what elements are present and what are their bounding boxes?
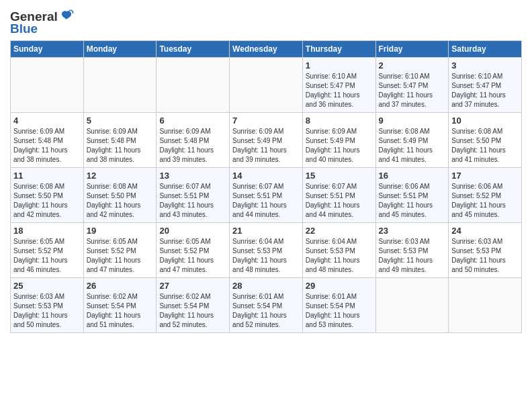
day-number: 8 xyxy=(306,116,373,126)
day-info: Sunrise: 6:08 AM Sunset: 5:50 PM Dayligh… xyxy=(87,182,154,220)
day-number: 17 xyxy=(451,171,519,181)
day-info: Sunrise: 6:09 AM Sunset: 5:49 PM Dayligh… xyxy=(232,127,300,165)
day-number: 9 xyxy=(379,116,446,126)
day-number: 5 xyxy=(87,116,154,126)
col-header-tuesday: Tuesday xyxy=(157,41,230,58)
day-info: Sunrise: 6:10 AM Sunset: 5:47 PM Dayligh… xyxy=(306,72,373,109)
day-number: 16 xyxy=(379,171,446,181)
day-number: 26 xyxy=(87,281,154,291)
calendar-cell: 4Sunrise: 6:09 AM Sunset: 5:48 PM Daylig… xyxy=(11,113,84,168)
calendar-cell: 8Sunrise: 6:09 AM Sunset: 5:49 PM Daylig… xyxy=(302,113,375,168)
day-number: 18 xyxy=(13,226,81,236)
logo-bird-icon xyxy=(59,9,74,24)
calendar-cell: 3Sunrise: 6:10 AM Sunset: 5:47 PM Daylig… xyxy=(449,58,522,113)
calendar-cell: 27Sunrise: 6:02 AM Sunset: 5:54 PM Dayli… xyxy=(157,278,230,333)
day-info: Sunrise: 6:01 AM Sunset: 5:54 PM Dayligh… xyxy=(306,292,373,330)
calendar-cell: 15Sunrise: 6:07 AM Sunset: 5:51 PM Dayli… xyxy=(302,168,375,223)
day-number: 11 xyxy=(13,171,81,181)
calendar-week-4: 18Sunrise: 6:05 AM Sunset: 5:52 PM Dayli… xyxy=(11,223,522,278)
calendar-cell: 12Sunrise: 6:08 AM Sunset: 5:50 PM Dayli… xyxy=(83,168,157,223)
day-info: Sunrise: 6:08 AM Sunset: 5:49 PM Dayligh… xyxy=(379,127,446,165)
col-header-saturday: Saturday xyxy=(449,41,522,58)
calendar-cell: 26Sunrise: 6:02 AM Sunset: 5:54 PM Dayli… xyxy=(83,278,157,333)
calendar-cell: 20Sunrise: 6:05 AM Sunset: 5:52 PM Dayli… xyxy=(157,223,230,278)
day-info: Sunrise: 6:01 AM Sunset: 5:54 PM Dayligh… xyxy=(232,292,300,330)
calendar-cell xyxy=(157,58,230,113)
day-number: 4 xyxy=(13,116,81,126)
calendar-cell: 5Sunrise: 6:09 AM Sunset: 5:48 PM Daylig… xyxy=(83,113,157,168)
day-number: 10 xyxy=(451,116,519,126)
day-number: 19 xyxy=(87,226,154,236)
calendar-cell: 14Sunrise: 6:07 AM Sunset: 5:51 PM Dayli… xyxy=(230,168,303,223)
day-info: Sunrise: 6:07 AM Sunset: 5:51 PM Dayligh… xyxy=(159,182,226,220)
day-number: 14 xyxy=(232,171,300,181)
calendar-cell: 7Sunrise: 6:09 AM Sunset: 5:49 PM Daylig… xyxy=(230,113,303,168)
calendar-cell: 2Sunrise: 6:10 AM Sunset: 5:47 PM Daylig… xyxy=(375,58,449,113)
calendar-cell: 23Sunrise: 6:03 AM Sunset: 5:53 PM Dayli… xyxy=(375,223,449,278)
calendar-cell: 21Sunrise: 6:04 AM Sunset: 5:53 PM Dayli… xyxy=(230,223,303,278)
calendar-cell: 1Sunrise: 6:10 AM Sunset: 5:47 PM Daylig… xyxy=(302,58,375,113)
day-info: Sunrise: 6:07 AM Sunset: 5:51 PM Dayligh… xyxy=(306,182,373,220)
calendar-week-5: 25Sunrise: 6:03 AM Sunset: 5:53 PM Dayli… xyxy=(11,278,522,333)
day-info: Sunrise: 6:09 AM Sunset: 5:49 PM Dayligh… xyxy=(306,127,373,165)
day-info: Sunrise: 6:05 AM Sunset: 5:52 PM Dayligh… xyxy=(87,237,154,275)
calendar-cell: 13Sunrise: 6:07 AM Sunset: 5:51 PM Dayli… xyxy=(157,168,230,223)
calendar-cell: 9Sunrise: 6:08 AM Sunset: 5:49 PM Daylig… xyxy=(375,113,449,168)
calendar-cell: 16Sunrise: 6:06 AM Sunset: 5:51 PM Dayli… xyxy=(375,168,449,223)
calendar-cell: 17Sunrise: 6:06 AM Sunset: 5:52 PM Dayli… xyxy=(449,168,522,223)
day-info: Sunrise: 6:08 AM Sunset: 5:50 PM Dayligh… xyxy=(13,182,81,220)
day-number: 20 xyxy=(159,226,226,236)
col-header-friday: Friday xyxy=(375,41,449,58)
day-info: Sunrise: 6:08 AM Sunset: 5:50 PM Dayligh… xyxy=(451,127,519,165)
day-number: 1 xyxy=(306,60,373,71)
day-number: 29 xyxy=(306,281,373,291)
day-info: Sunrise: 6:03 AM Sunset: 5:53 PM Dayligh… xyxy=(13,292,81,330)
calendar-cell xyxy=(11,58,84,113)
logo: General Blue xyxy=(10,9,74,36)
day-info: Sunrise: 6:03 AM Sunset: 5:53 PM Dayligh… xyxy=(379,237,446,275)
day-info: Sunrise: 6:03 AM Sunset: 5:53 PM Dayligh… xyxy=(451,237,519,275)
calendar-cell xyxy=(230,58,303,113)
day-number: 7 xyxy=(232,116,300,126)
calendar-cell: 24Sunrise: 6:03 AM Sunset: 5:53 PM Dayli… xyxy=(449,223,522,278)
day-info: Sunrise: 6:10 AM Sunset: 5:47 PM Dayligh… xyxy=(379,72,446,109)
calendar-cell: 28Sunrise: 6:01 AM Sunset: 5:54 PM Dayli… xyxy=(230,278,303,333)
calendar-cell xyxy=(375,278,449,333)
col-header-wednesday: Wednesday xyxy=(230,41,303,58)
day-number: 15 xyxy=(306,171,373,181)
day-number: 24 xyxy=(451,226,519,236)
day-info: Sunrise: 6:09 AM Sunset: 5:48 PM Dayligh… xyxy=(13,127,81,165)
day-info: Sunrise: 6:02 AM Sunset: 5:54 PM Dayligh… xyxy=(87,292,154,330)
calendar-week-2: 4Sunrise: 6:09 AM Sunset: 5:48 PM Daylig… xyxy=(11,113,522,168)
day-info: Sunrise: 6:05 AM Sunset: 5:52 PM Dayligh… xyxy=(13,237,81,275)
calendar-table: SundayMondayTuesdayWednesdayThursdayFrid… xyxy=(10,40,522,333)
day-number: 22 xyxy=(306,226,373,236)
calendar-cell xyxy=(83,58,157,113)
day-number: 12 xyxy=(87,171,154,181)
day-number: 3 xyxy=(451,60,519,71)
day-info: Sunrise: 6:04 AM Sunset: 5:53 PM Dayligh… xyxy=(232,237,300,275)
day-info: Sunrise: 6:09 AM Sunset: 5:48 PM Dayligh… xyxy=(87,127,154,165)
day-info: Sunrise: 6:06 AM Sunset: 5:52 PM Dayligh… xyxy=(451,182,519,220)
day-number: 23 xyxy=(379,226,446,236)
calendar-week-1: 1Sunrise: 6:10 AM Sunset: 5:47 PM Daylig… xyxy=(11,58,522,113)
col-header-thursday: Thursday xyxy=(302,41,375,58)
col-header-monday: Monday xyxy=(83,41,157,58)
calendar-cell: 19Sunrise: 6:05 AM Sunset: 5:52 PM Dayli… xyxy=(83,223,157,278)
day-number: 25 xyxy=(13,281,81,291)
day-info: Sunrise: 6:04 AM Sunset: 5:53 PM Dayligh… xyxy=(306,237,373,275)
calendar-cell: 18Sunrise: 6:05 AM Sunset: 5:52 PM Dayli… xyxy=(11,223,84,278)
calendar-cell xyxy=(449,278,522,333)
day-number: 2 xyxy=(379,60,446,71)
day-info: Sunrise: 6:02 AM Sunset: 5:54 PM Dayligh… xyxy=(159,292,226,330)
calendar-header-row: SundayMondayTuesdayWednesdayThursdayFrid… xyxy=(11,41,522,58)
calendar-cell: 25Sunrise: 6:03 AM Sunset: 5:53 PM Dayli… xyxy=(11,278,84,333)
logo-blue-text: Blue xyxy=(10,21,38,36)
day-number: 6 xyxy=(159,116,226,126)
day-number: 13 xyxy=(159,171,226,181)
calendar-cell: 11Sunrise: 6:08 AM Sunset: 5:50 PM Dayli… xyxy=(11,168,84,223)
day-number: 27 xyxy=(159,281,226,291)
day-info: Sunrise: 6:06 AM Sunset: 5:51 PM Dayligh… xyxy=(379,182,446,220)
calendar-cell: 22Sunrise: 6:04 AM Sunset: 5:53 PM Dayli… xyxy=(302,223,375,278)
day-info: Sunrise: 6:05 AM Sunset: 5:52 PM Dayligh… xyxy=(159,237,226,275)
